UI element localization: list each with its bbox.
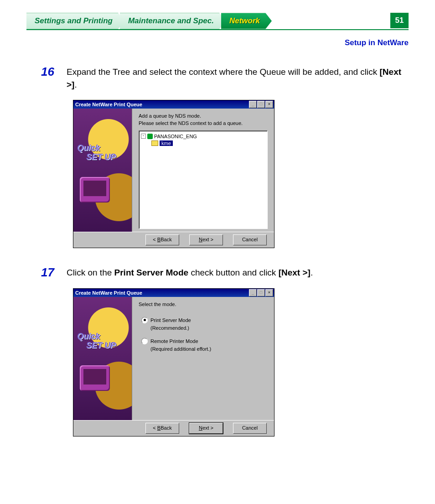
dialog-title: Create NetWare Print Queue [75, 102, 249, 107]
dialog-create-queue-step16: Create NetWare Print Queue _ □ × Quick S… [73, 100, 274, 248]
sidebar-quick-label: Quick [77, 332, 100, 341]
radio-remote-printer-mode[interactable]: Remote Printer Mode [141, 338, 268, 344]
radio-print-server-sub: (Recommended.) [150, 325, 268, 331]
step-text-post: . [74, 80, 77, 89]
next-label-rest: ext > [202, 425, 213, 431]
header-tabs: Settings and Printing Maintenance and Sp… [0, 0, 435, 29]
dialog-titlebar: Create NetWare Print Queue _ □ × [73, 100, 274, 109]
tab-maintenance-spec[interactable]: Maintenance and Spec. [120, 13, 226, 29]
sidebar-monitor-graphic [80, 177, 110, 203]
sidebar-quick-label: Quick [77, 143, 100, 153]
dialog-button-bar: < BBack Next > Cancel [73, 232, 274, 248]
dialog-sidebar-graphic: Quick SET UP [73, 109, 132, 232]
folder-icon [151, 140, 158, 146]
back-arrow-prefix: < [153, 237, 157, 242]
header-rule [26, 29, 409, 30]
nds-tree-view[interactable]: - PANASONIC_ENG kme [139, 130, 268, 229]
radio-remote-printer-sub: (Required additional effort.) [150, 346, 268, 352]
tab-settings-printing[interactable]: Settings and Printing [26, 13, 124, 29]
step-text-post: . [311, 268, 313, 277]
sidebar-setup-label: SET UP [86, 152, 116, 162]
dialog-title: Create NetWare Print Queue [75, 290, 249, 296]
tree-collapse-toggle[interactable]: - [141, 134, 146, 139]
sidebar-setup-label: SET UP [86, 341, 116, 350]
minimize-button[interactable]: _ [249, 289, 257, 296]
step-text-bold2: [Next >] [279, 268, 311, 277]
back-label-rest: Back [161, 425, 171, 431]
minimize-button[interactable]: _ [249, 101, 257, 108]
dialog-button-bar: < BBack Next > Cancel [73, 420, 274, 436]
cancel-button[interactable]: Cancel [233, 234, 267, 245]
radio-label: Print Server Mode [150, 317, 191, 323]
cancel-button[interactable]: Cancel [233, 423, 267, 434]
page-number: 51 [390, 13, 409, 28]
radio-print-server-mode[interactable]: Print Server Mode [141, 317, 268, 323]
back-button[interactable]: < BBack [145, 423, 179, 434]
dialog-content: Select the mode. Print Server Mode (Reco… [132, 297, 274, 420]
next-label-rest: ext > [202, 237, 213, 242]
tree-child-row[interactable]: kme [141, 140, 265, 146]
tree-root-icon [147, 134, 153, 139]
dialog-sidebar-graphic: Quick SET UP [73, 297, 132, 420]
back-label-rest: Back [161, 237, 171, 242]
radio-icon[interactable] [141, 317, 148, 323]
step-16: 16 Expand the Tree and select the contex… [41, 66, 409, 91]
dialog-body: Quick SET UP Add a queue by NDS mode. Pl… [73, 109, 274, 232]
tree-indent [141, 143, 150, 143]
step-text-pre: Expand the Tree and select the context w… [67, 67, 380, 77]
step-text-pre: Click on the [67, 268, 114, 277]
tree-root-label: PANASONIC_ENG [154, 134, 197, 139]
step-text-bold: Print Server Mode [114, 268, 189, 277]
step-text-mid: check button and click [188, 268, 279, 277]
dialog-create-queue-step17: Create NetWare Print Queue _ □ × Quick S… [73, 288, 274, 436]
step-text: Expand the Tree and select the context w… [67, 66, 409, 91]
radio-icon[interactable] [141, 338, 148, 344]
tree-selected-label: kme [160, 140, 173, 146]
instruction-line-1: Add a queue by NDS mode. [139, 113, 268, 119]
close-button[interactable]: × [265, 289, 273, 296]
next-button[interactable]: Next > [189, 234, 223, 245]
sidebar-monitor-graphic [80, 365, 110, 391]
tree-root-row[interactable]: - PANASONIC_ENG [141, 133, 265, 140]
back-arrow-prefix: < [153, 425, 157, 431]
instruction-line-1: Select the mode. [139, 301, 268, 307]
step-17: 17 Click on the Print Server Mode check … [41, 266, 409, 279]
step-number: 17 [41, 266, 58, 279]
dialog-titlebar: Create NetWare Print Queue _ □ × [73, 289, 274, 297]
next-hotkey: N [199, 425, 202, 431]
radio-label: Remote Printer Mode [150, 338, 198, 344]
back-button[interactable]: < BBack [145, 234, 179, 245]
maximize-button[interactable]: □ [257, 101, 265, 108]
close-button[interactable]: × [265, 101, 273, 108]
next-hotkey: N [199, 237, 202, 242]
mode-radio-group: Print Server Mode (Recommended.) Remote … [141, 317, 268, 359]
maximize-button[interactable]: □ [257, 289, 265, 296]
step-text: Click on the Print Server Mode check but… [67, 266, 313, 279]
section-title: Setup in NetWare [0, 38, 409, 47]
dialog-content: Add a queue by NDS mode. Please select t… [132, 109, 274, 232]
dialog-body: Quick SET UP Select the mode. Print Serv… [73, 297, 274, 420]
manual-page: Settings and Printing Maintenance and Sp… [0, 0, 435, 482]
step-number: 16 [41, 66, 58, 91]
tab-network[interactable]: Network [221, 13, 272, 29]
instruction-line-2: Please select the NDS context to add a q… [139, 120, 268, 126]
next-button[interactable]: Next > [189, 423, 223, 434]
